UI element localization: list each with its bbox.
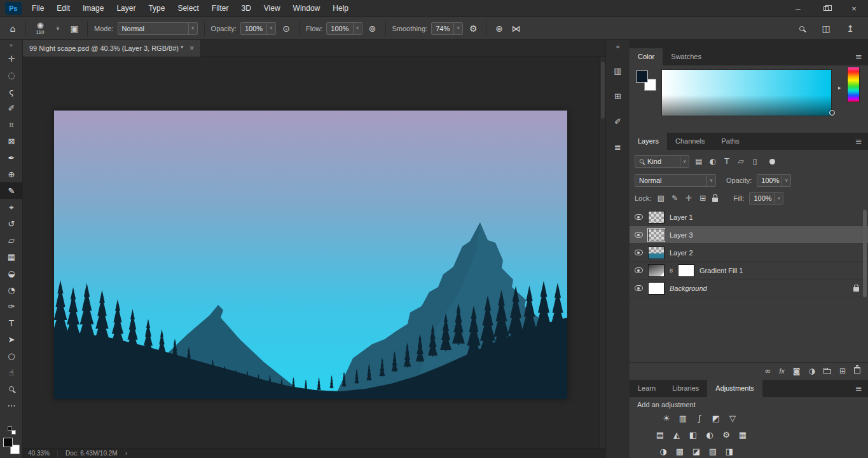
adjustment-invert-icon[interactable]: ◑ (658, 447, 668, 455)
layer-fill-select[interactable]: 100% ∨ (749, 192, 783, 205)
lock-transparent-pixels-icon[interactable]: ▨ (656, 194, 665, 202)
blur-tool[interactable]: ◒ (0, 265, 23, 281)
adjustment-posterize-icon[interactable]: ▩ (675, 447, 685, 455)
new-layer-icon[interactable]: ⊞ (839, 367, 846, 375)
gradient-tool[interactable]: ▦ (0, 248, 23, 265)
canvas[interactable] (54, 111, 567, 399)
document-scrollbar[interactable] (599, 57, 605, 448)
layer-thumbnail[interactable] (648, 211, 665, 224)
airbrush-icon[interactable]: ⊚ (366, 24, 379, 33)
menu-type[interactable]: Type (142, 0, 171, 17)
tab-paths[interactable]: Paths (713, 133, 748, 150)
menu-layer[interactable]: Layer (110, 0, 142, 17)
filter-type-layers-icon[interactable]: T (722, 158, 731, 165)
layer-mask-thumbnail[interactable] (678, 264, 694, 277)
lock-all-icon[interactable] (712, 198, 718, 202)
layer-visibility-icon[interactable] (635, 267, 643, 273)
mask-link-icon[interactable]: 8 (670, 267, 673, 274)
layers-scrollbar-thumb[interactable] (863, 210, 867, 297)
link-layers-icon[interactable]: ∞ (764, 367, 771, 375)
tab-channels[interactable]: Channels (667, 133, 713, 150)
filter-shape-layers-icon[interactable]: ▱ (736, 158, 745, 165)
adjustment-brightness-contrast-icon[interactable]: ☀ (661, 414, 672, 422)
move-tool[interactable]: ✛ (0, 50, 23, 67)
layer-thumbnail[interactable] (648, 282, 665, 295)
layer-thumbnail[interactable] (648, 246, 665, 259)
menu-select[interactable]: Select (171, 0, 205, 17)
quick-selection-tool[interactable]: ✐ (0, 100, 23, 116)
share-icon[interactable]: ↥ (844, 24, 857, 33)
zoom-level-field[interactable]: 40.33% (28, 450, 50, 457)
restore-button[interactable] (812, 0, 840, 17)
symmetry-icon[interactable]: ⋈ (509, 24, 522, 33)
path-selection-tool[interactable]: ➤ (0, 331, 23, 347)
history-brush-tool[interactable]: ↺ (0, 215, 23, 232)
layer-row[interactable]: Layer 1 (630, 208, 868, 226)
status-expand-icon[interactable]: › (125, 450, 128, 457)
more-tools[interactable]: ⋯ (0, 397, 23, 414)
close-button[interactable]: × (840, 0, 868, 17)
default-colors-icon[interactable] (8, 426, 16, 434)
layer-blend-mode-select[interactable]: Normal ∨ (635, 174, 716, 187)
adjustment-gradient-map-icon[interactable]: ▨ (708, 447, 718, 455)
hue-slider[interactable] (847, 67, 860, 102)
layer-name[interactable]: Gradient Fill 1 (699, 267, 743, 274)
photoshop-logo[interactable]: Ps (5, 2, 22, 15)
menu-3d[interactable]: 3D (235, 0, 257, 17)
home-icon[interactable]: ⌂ (6, 24, 19, 33)
lock-position-icon[interactable]: ✛ (684, 194, 693, 202)
adjustment-photo-filter-icon[interactable]: ◐ (705, 431, 715, 439)
menu-filter[interactable]: Filter (205, 0, 235, 17)
document-tab[interactable]: 99 Night scape.psd @ 40.3% (Layer 3, RGB… (23, 40, 201, 57)
tab-libraries[interactable]: Libraries (664, 380, 707, 397)
healing-brush-tool[interactable]: ⊕ (0, 166, 23, 182)
menu-edit[interactable]: Edit (50, 0, 76, 17)
marquee-tool[interactable]: ◌ (0, 67, 23, 83)
filter-smart-objects-icon[interactable]: ▯ (750, 158, 759, 165)
character-panel-icon[interactable]: ≣ (610, 139, 626, 154)
filter-toggle[interactable] (769, 159, 775, 165)
layer-thumbnail[interactable] (648, 264, 665, 277)
layer-opacity-select[interactable]: 100% ∨ (757, 174, 791, 187)
tab-adjustments[interactable]: Adjustments (707, 380, 762, 397)
layer-row[interactable]: Background (630, 280, 868, 297)
dodge-tool[interactable]: ◔ (0, 281, 23, 298)
panel-menu-icon[interactable]: ≡ (855, 133, 862, 150)
layer-effects-icon[interactable]: fx (779, 367, 785, 375)
layer-row[interactable]: 8 Gradient Fill 1 (630, 262, 868, 280)
layer-row[interactable]: Layer 2 (630, 244, 868, 262)
filter-adjustment-layers-icon[interactable]: ◐ (708, 158, 717, 165)
layer-name[interactable]: Background (670, 285, 707, 292)
frame-tool[interactable]: ⊠ (0, 133, 23, 149)
adjustment-exposure-icon[interactable]: ◩ (711, 414, 721, 422)
layer-thumbnail[interactable] (648, 229, 665, 241)
foreground-color-swatch[interactable] (3, 438, 13, 447)
smoothing-options-gear-icon[interactable]: ⚙ (467, 24, 479, 33)
kind-filter-select[interactable]: Kind ∨ (635, 155, 689, 168)
menu-window[interactable]: Window (287, 0, 327, 17)
adjustment-color-lookup-icon[interactable]: ▦ (738, 431, 748, 439)
clone-source-panel-icon[interactable]: ✐ (610, 114, 626, 129)
adjustment-hue-saturation-icon[interactable]: ▤ (655, 431, 665, 439)
filter-pixel-layers-icon[interactable]: ▤ (694, 158, 703, 165)
layer-name[interactable]: Layer 2 (670, 249, 693, 257)
pressure-size-icon[interactable]: ⊛ (493, 24, 506, 33)
tab-color[interactable]: Color (630, 48, 663, 65)
tab-learn[interactable]: Learn (630, 380, 664, 397)
expand-panels-icon[interactable]: « (616, 41, 620, 53)
adjustment-selective-color-icon[interactable]: ◨ (724, 447, 734, 455)
eraser-tool[interactable]: ▱ (0, 232, 23, 248)
scrollbar-thumb[interactable] (601, 62, 605, 119)
flow-select[interactable]: 100% ∨ (326, 22, 362, 35)
add-layer-mask-icon[interactable]: ◙ (793, 367, 801, 375)
histogram-panel-icon[interactable]: ▥ (610, 63, 626, 78)
layer-name[interactable]: Layer 1 (670, 213, 693, 221)
menu-file[interactable]: File (25, 0, 50, 17)
adjustment-levels-icon[interactable]: ▥ (678, 414, 688, 422)
pressure-opacity-icon[interactable]: ⊙ (280, 24, 293, 33)
brush-tool[interactable]: ✎ (0, 182, 23, 199)
menu-view[interactable]: View (258, 0, 287, 17)
new-group-icon[interactable] (823, 369, 831, 374)
shape-tool[interactable]: ○ (0, 347, 23, 364)
layer-visibility-icon[interactable] (635, 214, 643, 220)
